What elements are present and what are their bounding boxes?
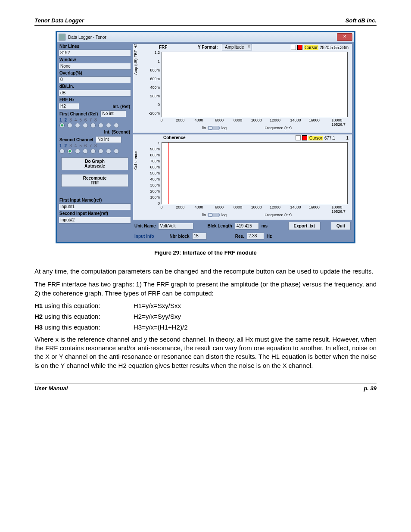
coh-yaxis: 1 900m 800m 700m 600m 500m 400m 300m 200…: [144, 142, 161, 204]
export-button[interactable]: Export .txt: [288, 222, 321, 230]
first-channel-radios[interactable]: [59, 123, 131, 129]
frfhx-field[interactable]: H2: [59, 103, 79, 110]
first-input-label: First Input Name(ref): [59, 197, 131, 203]
overlap-label: Overlap(%): [59, 70, 131, 76]
titlebar: Data Logger - Tenor ✕: [57, 32, 354, 42]
cursor-swatch-icon: [302, 135, 307, 140]
frf-plotarea[interactable]: [162, 52, 348, 117]
do-graph-button[interactable]: Do Graph Autoscale: [61, 157, 128, 170]
coh-xaxis: 0 2000 4000 6000 8000 10000 12000 14000 …: [162, 205, 348, 211]
frf-ylabel: Amp (dB) FRF-H2: [134, 44, 138, 75]
left-panel: Nbr Lines 8192 Window None Overlap(%) 0 …: [59, 44, 131, 240]
input-info-link[interactable]: Input Info: [134, 234, 154, 239]
eq-h3: H3 using this equation: H3=y/x=(H1+H2)/2: [34, 324, 377, 331]
frf-xlabel: Frequence (Hz): [265, 126, 292, 130]
frf-xaxis: 0 2000 4000 6000 8000 10000 12000 14000 …: [162, 118, 348, 124]
frf-yaxis: 1.2 1 800m 600m 400m 200m 0 -200m: [144, 52, 161, 117]
coh-xlabel: Frequence (Hz): [265, 213, 292, 217]
coh-ylabel: Coherence: [134, 151, 138, 170]
coh-plotarea[interactable]: [162, 142, 348, 204]
frfhx-label: FRF Hx: [59, 97, 131, 103]
intsecond-field[interactable]: No int: [96, 136, 121, 143]
header-left: Tenor Data Logger: [34, 17, 84, 24]
first-channel-label: First Channel (Ref): [59, 111, 99, 117]
frf-title: FRF: [159, 45, 167, 50]
close-icon[interactable]: ✕: [337, 33, 352, 41]
first-channel-numbers: 12345678: [59, 118, 131, 122]
coh-title: Coherence: [163, 135, 186, 140]
cursor-label: Cursor: [308, 136, 323, 140]
second-channel-radios[interactable]: [59, 149, 131, 155]
quit-button[interactable]: Quit: [331, 222, 351, 230]
para-2: The FRF interface has two graphs: 1) The…: [34, 280, 377, 298]
second-input-label: Second Input Name(ref): [59, 211, 131, 216]
coherence-plot: Coherence Cursor 677.1 1 Coherence 1 900…: [133, 134, 352, 220]
second-channel-label: Second Channel: [59, 137, 94, 143]
res-unit: Hz: [267, 234, 272, 239]
app-window: Data Logger - Tenor ✕ Nbr Lines 8192 Win…: [56, 31, 355, 243]
window-field[interactable]: None: [59, 63, 131, 70]
unit-name-label: Unit Name: [134, 224, 156, 228]
res-label: Res.: [235, 234, 244, 239]
first-input-field[interactable]: Input#1: [59, 203, 131, 210]
intref-label: Int. (Ref): [112, 104, 131, 109]
window-label: Window: [59, 57, 131, 62]
intref-field[interactable]: No int: [100, 110, 126, 117]
cursor-y: 1: [336, 136, 349, 140]
frf-linlog[interactable]: linlog: [202, 126, 227, 130]
frf-plot: FRF Y Format: Amplitude Cursor 2820.5 55…: [133, 44, 352, 133]
cursor-x: 677.1: [324, 136, 335, 140]
dblin-field[interactable]: dB: [59, 90, 131, 96]
figure-caption: Figure 29: Interface of the FRF module: [34, 249, 377, 256]
para-3: Where x is the reference channel and y t…: [34, 335, 377, 370]
second-channel-numbers: 12345678: [59, 143, 131, 148]
blck-length-label: Blck Length: [207, 224, 232, 228]
nbr-block-label: Nbr block: [170, 234, 190, 239]
nbr-block-field: 15: [192, 233, 207, 240]
nbr-lines-field[interactable]: 8192: [59, 50, 131, 56]
blck-length-unit: ms: [262, 224, 268, 228]
para-1: At any time, the computation parameters …: [34, 267, 377, 276]
eq-h2: H2 using this equation: H2=y/x=Syy/Sxy: [34, 313, 377, 320]
cursor-hand-icon: [291, 45, 296, 50]
nbr-lines-label: Nbr Lines: [59, 44, 131, 49]
cursor-hand-icon: [296, 135, 301, 140]
yformat-select[interactable]: Amplitude: [222, 44, 252, 50]
coh-cursor[interactable]: Cursor 677.1 1: [296, 135, 349, 140]
yformat-label: Y Format:: [198, 45, 218, 50]
bottom-bar: Unit Name Volt/Volt Blck Length 419.425 …: [133, 221, 352, 240]
cursor-y: 55.38m: [334, 45, 349, 50]
frf-cursor[interactable]: Cursor 2820.5 55.38m: [291, 45, 349, 50]
overlap-field[interactable]: 0: [59, 76, 131, 83]
right-panel: FRF Y Format: Amplitude Cursor 2820.5 55…: [133, 44, 352, 240]
dblin-label: dB/Lin.: [59, 84, 131, 89]
window-title: Data Logger - Tenor: [68, 35, 106, 40]
eq-h1: H1 using this equation: H1=y/x=Sxy/Sxx: [34, 302, 377, 309]
footer-left: User Manual: [34, 385, 68, 392]
header-right: Soft dB inc.: [346, 17, 377, 24]
second-input-field[interactable]: Input#2: [59, 217, 131, 224]
unit-name-field[interactable]: Volt/Volt: [158, 223, 193, 230]
app-icon: [59, 34, 65, 40]
cursor-x: 2820.5: [320, 45, 333, 50]
coh-linlog[interactable]: linlog: [202, 213, 227, 217]
footer-right: p. 39: [364, 385, 377, 392]
cursor-label: Cursor: [304, 45, 318, 50]
blck-length-field: 419.425: [235, 223, 259, 230]
cursor-swatch-icon: [297, 45, 302, 50]
res-field: 2.38: [247, 233, 264, 240]
recompute-button[interactable]: Recompute FRF: [61, 174, 128, 187]
intsecond-label: Int. (Second): [104, 130, 130, 134]
